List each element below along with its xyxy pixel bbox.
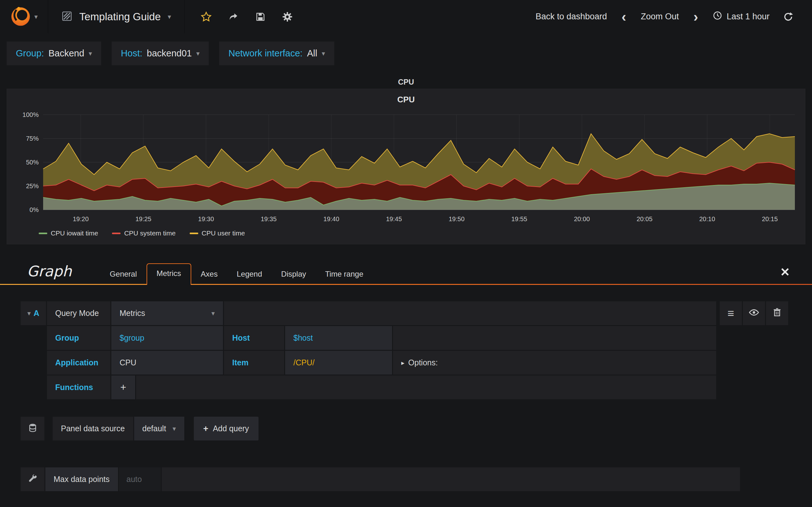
functions-label: Functions [47, 376, 110, 399]
variable-group[interactable]: Group: Backend ▾ [7, 42, 101, 65]
datasource-dropdown[interactable]: default ▾ [134, 417, 184, 441]
datasource-value: default [142, 424, 166, 433]
svg-text:19:40: 19:40 [323, 216, 339, 222]
svg-text:19:50: 19:50 [449, 216, 464, 222]
navbar-actions [185, 11, 309, 22]
add-function-button[interactable]: + [111, 376, 135, 399]
legend-label-iowait: CPU iowait time [51, 229, 98, 237]
star-icon[interactable] [200, 11, 212, 22]
query-mode-caret-icon: ▾ [211, 310, 215, 317]
host-field-value[interactable]: $host [285, 326, 392, 350]
max-data-points-filler [162, 467, 740, 491]
variable-host-label: Host: [121, 48, 142, 59]
panel-title[interactable]: CPU [7, 89, 805, 108]
refresh-icon[interactable] [783, 11, 794, 22]
item-field-label: Item [224, 351, 284, 375]
close-editor-icon[interactable] [780, 267, 790, 278]
query-row-filler [224, 301, 716, 325]
cpu-graph-panel: CPU 0%25%50%75%100%19:2019:2519:3019:351… [7, 89, 805, 244]
panel-drag-header[interactable]: CPU [0, 75, 812, 89]
top-navbar: ▾ Templating Guide ▾ [0, 0, 812, 33]
svg-text:19:25: 19:25 [136, 216, 151, 222]
add-query-label: Add query [213, 424, 249, 433]
navbar-right: Back to dashboard ‹ Zoom Out › Last 1 ho… [536, 10, 812, 24]
item-field-value[interactable]: /CPU/ [285, 351, 392, 375]
query-row-buttons: ≡ [720, 301, 788, 325]
tab-axes[interactable]: Axes [191, 265, 227, 285]
variable-network-interface[interactable]: Network interface: All ▾ [219, 42, 334, 65]
template-variables-row: Group: Backend ▾ Host: backend01 ▾ Netwo… [0, 33, 812, 65]
wrench-icon [28, 473, 38, 486]
settings-gear-icon[interactable] [282, 11, 293, 22]
datasource-caret-icon: ▾ [172, 425, 176, 432]
query-ref-letter: A [34, 308, 39, 318]
variable-group-value: Backend [49, 48, 84, 59]
variable-host-value: backend01 [147, 48, 192, 59]
query-toggle-visibility-button[interactable] [743, 301, 765, 325]
svg-text:20:15: 20:15 [762, 216, 778, 222]
tab-legend[interactable]: Legend [227, 265, 271, 285]
menu-hamburger-icon: ≡ [727, 307, 734, 320]
cpu-stacked-area-chart: 0%25%50%75%100%19:2019:2519:3019:3519:40… [11, 108, 801, 226]
max-data-points-input[interactable] [119, 467, 161, 491]
query-delete-button[interactable] [766, 301, 788, 325]
group-host-row-filler [393, 326, 716, 350]
variable-group-label: Group: [16, 48, 44, 59]
grafana-logo-button[interactable]: ▾ [0, 0, 48, 33]
dashboard-title-dropdown[interactable]: Templating Guide ▾ [48, 0, 185, 33]
svg-text:19:35: 19:35 [261, 216, 276, 222]
query-row-functions: Functions + [47, 376, 716, 399]
application-field-value[interactable]: CPU [111, 351, 223, 375]
zoom-out-button[interactable]: Zoom Out [641, 12, 679, 21]
database-icon [28, 423, 38, 435]
datasource-row: Panel data source default ▾ + Add query [20, 417, 812, 441]
tab-display[interactable]: Display [271, 265, 316, 285]
add-query-button[interactable]: + Add query [194, 417, 258, 441]
query-menu-button[interactable]: ≡ [720, 301, 742, 325]
item-value-text: /CPU/ [293, 358, 315, 367]
legend-label-user: CPU user time [202, 229, 245, 237]
share-icon[interactable] [228, 12, 239, 22]
tab-time-range[interactable]: Time range [316, 265, 373, 285]
svg-text:20:10: 20:10 [699, 216, 715, 222]
group-field-value[interactable]: $group [111, 326, 223, 350]
options-caret-icon: ▸ [401, 359, 404, 367]
zoom-right-chevron-icon[interactable]: › [692, 10, 699, 24]
dashboard-title: Templating Guide [79, 11, 161, 23]
legend-item-iowait[interactable]: CPU iowait time [39, 229, 98, 237]
group-variable-text: $group [119, 333, 144, 343]
grafana-logo-icon [10, 6, 31, 28]
chart-area: 0%25%50%75%100%19:2019:2519:3019:3519:40… [7, 108, 805, 227]
svg-text:19:45: 19:45 [386, 216, 402, 222]
datasource-label: Panel data source [53, 417, 133, 441]
zoom-left-chevron-icon[interactable]: ‹ [620, 10, 628, 24]
time-range-picker[interactable]: Last 1 hour [713, 11, 769, 22]
svg-text:20:05: 20:05 [637, 216, 653, 222]
legend-item-user[interactable]: CPU user time [190, 229, 245, 237]
panel-options-icon-cell [20, 467, 44, 491]
query-ref-toggle[interactable]: ▾ A [20, 301, 46, 325]
query-mode-value: Metrics [119, 308, 145, 318]
host-variable-text: $host [293, 333, 313, 343]
back-to-dashboard-link[interactable]: Back to dashboard [536, 12, 607, 21]
query-mode-dropdown[interactable]: Metrics ▾ [111, 301, 223, 325]
datasource-icon-cell [20, 417, 44, 441]
options-expander[interactable]: ▸ Options: [393, 351, 716, 375]
query-row-a: ▾ A Query Mode Metrics ▾ ≡ [20, 301, 788, 325]
tab-general[interactable]: General [100, 265, 146, 285]
svg-text:50%: 50% [26, 159, 39, 166]
variable-group-caret-icon: ▾ [89, 50, 92, 57]
svg-text:19:30: 19:30 [198, 216, 214, 222]
variable-host[interactable]: Host: backend01 ▾ [112, 42, 209, 65]
legend-item-system[interactable]: CPU system time [112, 229, 175, 237]
variable-host-caret-icon: ▾ [196, 50, 200, 57]
save-icon[interactable] [255, 11, 266, 22]
tabs-underline [0, 284, 812, 285]
svg-text:0%: 0% [30, 206, 39, 213]
tab-metrics[interactable]: Metrics [147, 263, 191, 285]
svg-text:19:20: 19:20 [72, 216, 89, 222]
svg-text:100%: 100% [22, 111, 39, 118]
max-data-points-label: Max data points [45, 467, 118, 491]
editor-tabs: General Metrics Axes Legend Display Time… [100, 263, 790, 285]
query-row-application-item: Application CPU Item /CPU/ ▸ Options: [47, 351, 716, 375]
